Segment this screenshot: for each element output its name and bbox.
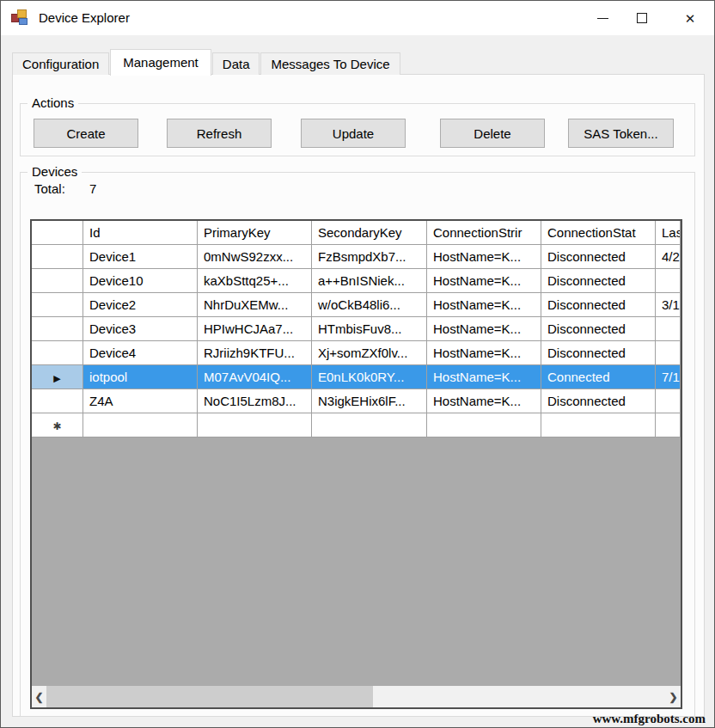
cell-secondarykey[interactable]: HTmbisFuv8... — [312, 317, 427, 341]
column-header-lastactivi[interactable]: LastActivi — [656, 221, 681, 245]
column-header-connectionstat[interactable]: ConnectionStat — [541, 221, 656, 245]
cell-primarykey[interactable]: RJriizh9KTFU... — [198, 341, 312, 365]
table-row[interactable]: Device3HPIwHCJAa7...HTmbisFuv8...HostNam… — [32, 317, 681, 341]
cell-connectionstring[interactable]: HostName=K... — [427, 341, 541, 365]
create-button[interactable]: Create — [34, 119, 138, 148]
cell-secondarykey[interactable]: Xj+somZXf0lv... — [312, 341, 427, 365]
cell-secondarykey[interactable]: FzBsmpdXb7... — [312, 245, 427, 269]
new-row-asterisk-icon: ✱ — [52, 420, 61, 432]
cell-primarykey[interactable]: M07AvV04IQ... — [198, 365, 312, 389]
scrollbar-thumb[interactable] — [46, 686, 373, 707]
app-icon-blue-square — [19, 18, 28, 25]
cell-connectionstring[interactable]: HostName=K... — [427, 389, 541, 413]
update-button[interactable]: Update — [301, 119, 406, 148]
cell-lastactivitytime[interactable]: 4/29/2016 5 — [656, 245, 681, 269]
cell-primarykey[interactable]: 0mNwS92zxx... — [198, 245, 312, 269]
cell-lastactivitytime[interactable] — [656, 317, 681, 341]
cell-primarykey[interactable]: kaXbSttq25+... — [198, 269, 312, 293]
empty-cell[interactable] — [656, 413, 681, 437]
row-header-cell[interactable] — [32, 389, 83, 413]
cell-connectionstate[interactable]: Disconnected — [541, 245, 656, 269]
column-header-secondarykey[interactable]: SecondaryKey — [312, 221, 427, 245]
row-header-cell[interactable] — [32, 341, 83, 365]
minimize-button[interactable] — [583, 1, 622, 35]
cell-id[interactable]: Z4A — [83, 389, 198, 413]
table-row[interactable]: Device10mNwS92zxx...FzBsmpdXb7...HostNam… — [32, 245, 681, 269]
cell-lastactivitytime[interactable]: 3/17/2016 3 — [656, 293, 681, 317]
delete-button[interactable]: Delete — [440, 119, 545, 148]
scroll-left-icon[interactable]: ❮ — [32, 686, 46, 707]
devices-group-label: Devices — [28, 164, 82, 179]
cell-connectionstate[interactable]: Connected — [541, 365, 656, 389]
tab-management[interactable]: Management — [110, 49, 211, 76]
cell-secondarykey[interactable]: N3igkEHix6lF... — [312, 389, 427, 413]
cell-secondarykey[interactable]: w/oCkB48li6... — [312, 293, 427, 317]
cell-secondarykey[interactable]: a++BnISNiek... — [312, 269, 427, 293]
empty-cell[interactable] — [198, 413, 312, 437]
cell-connectionstate[interactable]: Disconnected — [541, 293, 656, 317]
cell-connectionstring[interactable]: HostName=K... — [427, 269, 541, 293]
scroll-right-icon[interactable]: ❯ — [666, 686, 681, 707]
row-header-cell[interactable] — [32, 245, 83, 269]
column-header-primarykey[interactable]: PrimaryKey — [198, 221, 312, 245]
table-row[interactable]: Z4ANoC1I5Lzm8J...N3igkEHix6lF...HostName… — [32, 389, 681, 413]
device-table: IdPrimaryKeySecondaryKeyConnectionStrirC… — [32, 221, 681, 437]
cell-lastactivitytime[interactable] — [656, 341, 681, 365]
minimize-icon — [597, 18, 608, 19]
cell-lastactivitytime[interactable] — [656, 389, 681, 413]
tab-strip: Configuration Management Data Messages T… — [12, 48, 401, 75]
tab-configuration[interactable]: Configuration — [12, 52, 109, 75]
empty-cell[interactable] — [83, 413, 198, 437]
new-row[interactable]: ✱ — [32, 413, 681, 437]
sas-token-button[interactable]: SAS Token... — [568, 119, 674, 148]
row-header-column[interactable] — [32, 221, 83, 245]
column-header-connectionstrir[interactable]: ConnectionStrir — [427, 221, 541, 245]
empty-cell[interactable] — [427, 413, 541, 437]
cell-primarykey[interactable]: NhrDuXEMw... — [198, 293, 312, 317]
close-button[interactable]: ✕ — [670, 1, 710, 35]
cell-lastactivitytime[interactable] — [656, 269, 681, 293]
row-header-cell[interactable]: ▶ — [32, 365, 83, 389]
column-header-row: IdPrimaryKeySecondaryKeyConnectionStrirC… — [32, 221, 681, 245]
device-grid: IdPrimaryKeySecondaryKeyConnectionStrirC… — [30, 219, 682, 709]
new-row-header-cell[interactable]: ✱ — [32, 413, 83, 437]
column-header-id[interactable]: Id — [83, 221, 198, 245]
cell-id[interactable]: Device10 — [83, 269, 198, 293]
cell-connectionstate[interactable]: Disconnected — [541, 389, 656, 413]
total-label: Total: — [34, 181, 65, 196]
horizontal-scrollbar[interactable]: ❮ ❯ — [32, 686, 681, 707]
cell-lastactivitytime[interactable]: 7/17/2016 2 — [656, 365, 681, 389]
tab-data[interactable]: Data — [212, 52, 260, 75]
cell-primarykey[interactable]: HPIwHCJAa7... — [198, 317, 312, 341]
table-row[interactable]: ▶iotpoolM07AvV04IQ...E0nLK0k0RY...HostNa… — [32, 365, 681, 389]
tab-messages-to-device[interactable]: Messages To Device — [260, 52, 400, 75]
table-row[interactable]: Device4RJriizh9KTFU...Xj+somZXf0lv...Hos… — [32, 341, 681, 365]
cell-connectionstring[interactable]: HostName=K... — [427, 365, 541, 389]
cell-connectionstring[interactable]: HostName=K... — [427, 317, 541, 341]
cell-id[interactable]: Device4 — [83, 341, 198, 365]
cell-secondarykey[interactable]: E0nLK0k0RY... — [312, 365, 427, 389]
row-header-cell[interactable] — [32, 269, 83, 293]
cell-connectionstate[interactable]: Disconnected — [541, 269, 656, 293]
empty-cell[interactable] — [312, 413, 427, 437]
cell-primarykey[interactable]: NoC1I5Lzm8J... — [198, 389, 312, 413]
close-icon: ✕ — [685, 12, 696, 25]
maximize-button[interactable] — [622, 1, 662, 35]
cell-id[interactable]: Device2 — [83, 293, 198, 317]
cell-id[interactable]: Device3 — [83, 317, 198, 341]
cell-connectionstate[interactable]: Disconnected — [541, 317, 656, 341]
row-header-cell[interactable] — [32, 293, 83, 317]
cell-connectionstring[interactable]: HostName=K... — [427, 245, 541, 269]
title-bar[interactable]: Device Explorer ✕ — [1, 1, 714, 35]
table-row[interactable]: Device10kaXbSttq25+...a++BnISNiek...Host… — [32, 269, 681, 293]
total-value: 7 — [89, 181, 96, 196]
table-row[interactable]: Device2NhrDuXEMw...w/oCkB48li6...HostNam… — [32, 293, 681, 317]
cell-connectionstring[interactable]: HostName=K... — [427, 293, 541, 317]
cell-id[interactable]: Device1 — [83, 245, 198, 269]
cell-id[interactable]: iotpool — [83, 365, 198, 389]
row-header-cell[interactable] — [32, 317, 83, 341]
refresh-button[interactable]: Refresh — [167, 119, 272, 148]
selected-row-arrow-icon: ▶ — [53, 373, 60, 383]
empty-cell[interactable] — [541, 413, 656, 437]
cell-connectionstate[interactable]: Disconnected — [541, 341, 656, 365]
